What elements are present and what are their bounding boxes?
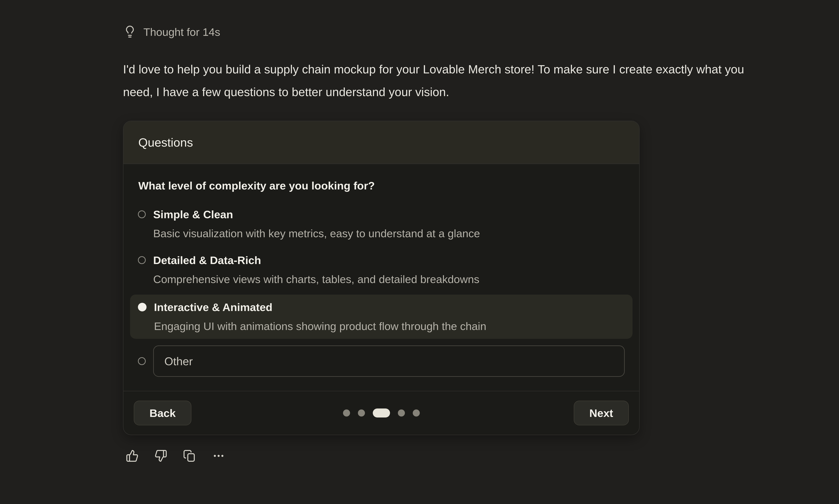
pagination-dot — [413, 410, 420, 416]
copy-icon — [183, 449, 196, 462]
card-title: Questions — [123, 121, 639, 164]
card-body: What level of complexity are you looking… — [123, 164, 639, 391]
other-input[interactable] — [153, 345, 625, 377]
radio-unselected-icon[interactable] — [138, 211, 146, 218]
option-other[interactable] — [138, 345, 625, 377]
pagination-dot — [358, 410, 365, 416]
thumbs-down-button[interactable] — [154, 449, 167, 462]
thumbs-up-button[interactable] — [126, 449, 139, 462]
option-title: Detailed & Data-Rich — [153, 254, 479, 266]
lightbulb-icon — [123, 25, 137, 39]
option-title: Simple & Clean — [153, 209, 480, 221]
more-options-button[interactable] — [212, 449, 226, 462]
option-interactive-animated[interactable]: Interactive & Animated Engaging UI with … — [130, 294, 632, 339]
thought-summary[interactable]: Thought for 14s — [123, 25, 220, 39]
option-title: Interactive & Animated — [154, 301, 486, 313]
option-description: Basic visualization with key metrics, ea… — [153, 228, 480, 239]
thought-label: Thought for 14s — [143, 25, 220, 38]
option-description: Comprehensive views with charts, tables,… — [153, 273, 479, 285]
radio-unselected-icon[interactable] — [138, 256, 146, 264]
back-button[interactable]: Back — [134, 401, 191, 425]
ellipsis-icon — [212, 449, 226, 462]
option-simple-clean[interactable]: Simple & Clean Basic visualization with … — [138, 209, 625, 239]
pagination-dot — [398, 410, 405, 416]
pagination-dot — [343, 410, 350, 416]
questions-card: Questions What level of complexity are y… — [123, 121, 640, 435]
question-text: What level of complexity are you looking… — [138, 179, 625, 192]
option-description: Engaging UI with animations showing prod… — [154, 320, 486, 332]
radio-selected-icon[interactable] — [138, 303, 146, 311]
card-footer: Back Next — [123, 391, 639, 435]
pagination-dots — [343, 409, 420, 417]
pagination-dot-active — [373, 409, 390, 417]
next-button[interactable]: Next — [574, 401, 629, 425]
option-detailed-data-rich[interactable]: Detailed & Data-Rich Comprehensive views… — [138, 254, 625, 285]
thumbs-down-icon — [154, 449, 167, 462]
radio-unselected-icon[interactable] — [138, 357, 146, 365]
assistant-message: I'd love to help you build a supply chai… — [123, 58, 746, 103]
message-actions — [126, 449, 226, 462]
copy-button[interactable] — [183, 449, 196, 462]
thumbs-up-icon — [126, 449, 139, 462]
